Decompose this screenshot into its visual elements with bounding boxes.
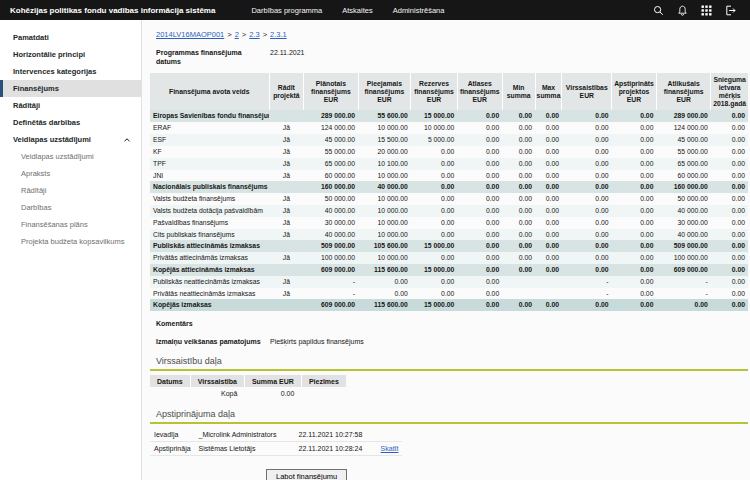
sidebar-item-label: Definētās darbības — [13, 118, 80, 127]
row-value: 0.00 — [502, 134, 535, 146]
row-value: 0.00 — [535, 240, 562, 252]
virssaistibas-col-header-1: Virssaistība — [190, 375, 244, 387]
row-value: 0.00 — [535, 264, 562, 276]
row-label: Nacionālais publiskais finansējums — [150, 181, 269, 193]
app-switcher-icon[interactable] — [701, 5, 712, 16]
row-value: 40 000.00 — [304, 205, 358, 217]
row-value: 0.00 — [711, 276, 748, 288]
row-value: 0.00 — [612, 299, 657, 311]
row-value: 0.00 — [502, 229, 535, 241]
row-value: 0.00 — [711, 110, 748, 122]
breadcrumb-link-0[interactable]: 2014LV16MAOP001 — [156, 30, 224, 39]
breadcrumb-link-2[interactable]: 2.3 — [249, 30, 259, 39]
row-value: 0.00 — [711, 122, 748, 134]
approval-row-user: Sistēmas Lietotājs — [195, 442, 295, 456]
finance-col-header-7: Max summa — [535, 73, 562, 110]
row-value: 0.00 — [656, 299, 710, 311]
approval-row: Ievadīja_Microlink Administrators22.11.2… — [150, 428, 402, 442]
top-nav-item-2[interactable]: Administrēšana — [393, 6, 445, 15]
comment-label: Komentārs — [156, 320, 748, 327]
row-label: Privātās neattiecināmās izmaksas — [150, 288, 269, 300]
change-reason-row: Izmaiņu veikšanas pamatojums Piešķirts p… — [156, 337, 748, 346]
row-value: 0.00 — [457, 252, 502, 264]
top-nav-item-1[interactable]: Atskaites — [342, 6, 372, 15]
row-value: 0.00 — [457, 146, 502, 158]
row-value: 160 000.00 — [304, 181, 358, 193]
row-value: 0.00 — [612, 288, 657, 300]
top-bar-icons — [653, 5, 740, 16]
top-nav: Darbības programmaAtskaitesAdministrēšan… — [251, 6, 444, 15]
row-value: 60 000.00 — [656, 170, 710, 182]
row-value: 0.00 — [502, 170, 535, 182]
breadcrumb-separator: > — [263, 30, 267, 39]
sidebar-subitem-6-3[interactable]: Darbības — [0, 199, 141, 216]
row-value: 0.00 — [502, 205, 535, 217]
row-show-in-project: Jā — [269, 122, 304, 134]
table-row: Publiskās attiecināmās izmaksas509 000.0… — [150, 240, 748, 252]
program-date-label: Programmas finansējuma datums — [156, 48, 262, 66]
sidebar-subitem-6-4[interactable]: Finansēšanas plāns — [0, 216, 141, 233]
sidebar-subitem-6-1[interactable]: Apraksts — [0, 165, 141, 182]
change-reason-label: Izmaiņu veikšanas pamatojums — [156, 337, 262, 346]
row-value: 0.00 — [562, 146, 612, 158]
row-value: 124 000.00 — [656, 122, 710, 134]
breadcrumb-link-3[interactable]: 2.3.1 — [270, 30, 287, 39]
row-value: 160 000.00 — [656, 181, 710, 193]
row-value: 0.00 — [562, 122, 612, 134]
view-link[interactable]: Skatīt — [381, 445, 399, 452]
row-value: 0.00 — [711, 146, 748, 158]
sidebar-item-0[interactable]: Pamatdati — [0, 29, 141, 46]
virssaistibas-total-row: Kopā 0.00 — [150, 387, 346, 399]
sidebar-subitem-6-5[interactable]: Projekta budžeta kopsavilkums — [0, 233, 141, 250]
row-value: 30 000.00 — [656, 217, 710, 229]
row-value: 105 600.00 — [358, 240, 411, 252]
sidebar-item-4[interactable]: Rādītāji — [0, 97, 141, 114]
sidebar-item-3[interactable]: Finansējums — [0, 80, 141, 97]
row-value: 0.00 — [411, 288, 458, 300]
sidebar-subitem-6-2[interactable]: Rādītāji — [0, 182, 141, 199]
sidebar-item-2[interactable]: Intervences kategorijas — [0, 63, 141, 80]
row-value: - — [304, 288, 358, 300]
row-value: 0.00 — [535, 158, 562, 170]
row-value: 0.00 — [711, 229, 748, 241]
row-show-in-project: Jā — [269, 170, 304, 182]
row-value: 0.00 — [457, 193, 502, 205]
sidebar-item-5[interactable]: Definētās darbības — [0, 114, 141, 131]
approval-table: Ievadīja_Microlink Administrators22.11.2… — [150, 428, 402, 456]
logout-icon[interactable] — [725, 5, 736, 16]
row-value: 0.00 — [562, 252, 612, 264]
table-row: KFJā55 000.0020 000.000.000.000.000.000.… — [150, 146, 748, 158]
breadcrumb: 2014LV16MAOP001>2>2.3>2.3.1 — [156, 30, 748, 39]
edit-financing-button[interactable]: Labot finansējumu — [266, 469, 347, 480]
breadcrumb-link-1[interactable]: 2 — [235, 30, 239, 39]
row-value: 0.00 — [612, 158, 657, 170]
row-value: 0.00 — [411, 252, 458, 264]
row-value: 10 000.00 — [358, 229, 411, 241]
row-value: 0.00 — [535, 229, 562, 241]
finance-col-header-1: Rādīt projektā — [269, 73, 304, 110]
virssaistibas-col-header-2: Summa EUR — [244, 375, 301, 387]
row-value: 10 000.00 — [358, 170, 411, 182]
virssaistibas-section-title: Virssaistību daļa — [156, 356, 748, 366]
sidebar-item-label: Intervences kategorijas — [13, 67, 96, 76]
table-row: Cits publiskais finansējumsJā40 000.0010… — [150, 229, 748, 241]
row-value: 115 600.00 — [358, 299, 411, 311]
notifications-icon[interactable] — [677, 5, 688, 16]
search-icon[interactable] — [653, 5, 664, 16]
row-value: 0.00 — [411, 193, 458, 205]
row-value: 40 000.00 — [656, 229, 710, 241]
row-value: 0.00 — [562, 217, 612, 229]
row-show-in-project: Jā — [269, 217, 304, 229]
row-value: 100 000.00 — [656, 252, 710, 264]
sidebar-subitem-6-0[interactable]: Veidlapas uzstādījumi — [0, 148, 141, 165]
top-nav-item-0[interactable]: Darbības programma — [251, 6, 322, 15]
row-value: 5 000.00 — [411, 134, 458, 146]
row-value: 0.00 — [358, 288, 411, 300]
row-show-in-project: Jā — [269, 276, 304, 288]
sidebar-item-6[interactable]: Veidlapas uzstādījumi — [0, 131, 141, 148]
row-value: 0.00 — [411, 170, 458, 182]
row-value: 0.00 — [562, 170, 612, 182]
row-value: 55 000.00 — [656, 146, 710, 158]
sidebar-item-1[interactable]: Horizontālie principi — [0, 46, 141, 63]
row-value: 20 000.00 — [358, 146, 411, 158]
